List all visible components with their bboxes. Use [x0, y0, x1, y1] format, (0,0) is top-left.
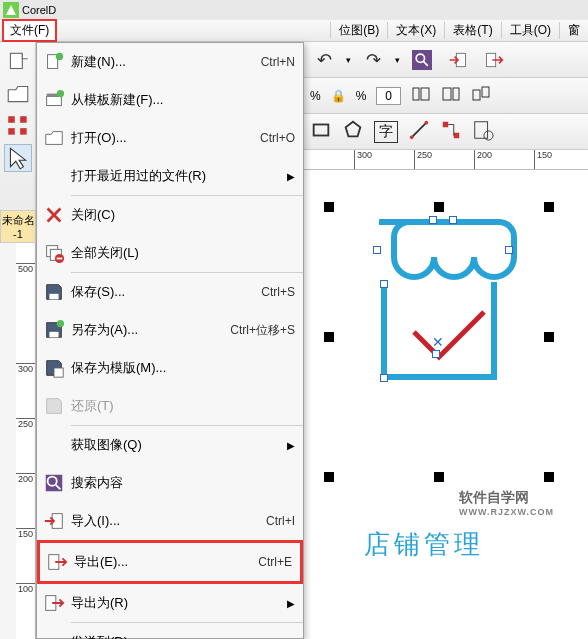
menu-item-save-as[interactable]: 另存为(A)...Ctrl+位移+S	[37, 311, 303, 349]
left-toolbox-wrap: 未命名 -1 500 300 250 200 150 100	[0, 42, 36, 639]
shape-node[interactable]	[380, 374, 388, 382]
menu-table[interactable]: 表格(T)	[444, 22, 500, 39]
file-menu-dropdown: 新建(N)...Ctrl+N 从模板新建(F)... 打开(O)...Ctrl+…	[36, 42, 304, 639]
menu-item-search[interactable]: 搜索内容	[37, 464, 303, 502]
menu-item-open[interactable]: 打开(O)...Ctrl+O	[37, 119, 303, 157]
svg-rect-31	[482, 87, 489, 97]
menu-item-import[interactable]: 导入(I)...Ctrl+I	[37, 502, 303, 540]
menu-item-revert[interactable]: 还原(T)	[37, 387, 303, 425]
menu-bar: 文件(F) 位图(B) 文本(X) 表格(T) 工具(O) 窗	[0, 20, 588, 42]
tool-pointer[interactable]	[4, 144, 32, 172]
selection-handle[interactable]	[544, 332, 554, 342]
menu-item-export-as[interactable]: 导出为(R)▶	[37, 584, 303, 622]
watermark: 软件自学网 WWW.RJZXW.COM	[459, 489, 554, 517]
import-button[interactable]	[444, 47, 472, 73]
vruler-tick: 500	[16, 263, 35, 274]
shape-node[interactable]	[429, 216, 437, 224]
vruler-tick: 250	[16, 418, 35, 429]
hruler-tick: 200	[474, 150, 492, 169]
text-tool-icon[interactable]: 字	[374, 121, 398, 143]
search-button[interactable]	[408, 47, 436, 73]
menu-item-new[interactable]: 新建(N)...Ctrl+N	[37, 43, 303, 81]
watermark-url: WWW.RJZXW.COM	[459, 507, 554, 517]
svg-rect-3	[8, 128, 15, 135]
menu-text[interactable]: 文本(X)	[387, 22, 444, 39]
submenu-arrow-icon: ▶	[287, 598, 295, 609]
selection-handle[interactable]	[324, 472, 334, 482]
percent-label-2: %	[356, 89, 367, 103]
selection-handle[interactable]	[434, 472, 444, 482]
menu-window[interactable]: 窗	[559, 22, 588, 39]
shape-node[interactable]	[373, 246, 381, 254]
svg-point-34	[425, 120, 429, 124]
align-right-icon[interactable]	[441, 84, 461, 107]
group-icon[interactable]	[471, 84, 491, 107]
menu-item-new-template[interactable]: 从模板新建(F)...	[37, 81, 303, 119]
svg-rect-29	[453, 88, 459, 100]
align-left-icon[interactable]	[411, 84, 431, 107]
selection-handle[interactable]	[544, 202, 554, 212]
connector-tool-icon[interactable]	[440, 119, 462, 145]
menu-item-export[interactable]: 导出(E)...Ctrl+E	[40, 543, 300, 581]
undo-button[interactable]: ↶	[310, 47, 338, 73]
shop-caption: 店铺管理	[364, 527, 484, 562]
svg-rect-1	[8, 116, 15, 123]
dimension-tool-icon[interactable]	[408, 119, 430, 145]
shape-node[interactable]	[505, 246, 513, 254]
menu-item-recent[interactable]: 打开最近用过的文件(R)▶	[37, 157, 303, 195]
menu-item-save-template[interactable]: 保存为模版(M)...	[37, 349, 303, 387]
menu-shortcut: Ctrl+S	[261, 285, 295, 299]
toolbar-standard: ↶ ▾ ↷ ▾	[304, 42, 588, 78]
svg-rect-4	[20, 128, 26, 135]
redo-button[interactable]: ↷	[359, 47, 387, 73]
svg-rect-7	[47, 96, 62, 105]
tool-new-doc[interactable]	[4, 48, 32, 76]
menu-tools[interactable]: 工具(O)	[501, 22, 559, 39]
edit-tool-icon[interactable]	[472, 119, 494, 145]
export-button[interactable]	[480, 47, 508, 73]
menu-file[interactable]: 文件(F)	[2, 19, 57, 42]
menu-label: 导入(I)...	[71, 512, 266, 530]
svg-rect-13	[49, 294, 58, 300]
menu-label: 发送到(D)	[71, 633, 281, 639]
menu-label: 打开(O)...	[71, 129, 260, 147]
hruler-tick: 300	[354, 150, 372, 169]
shape-node[interactable]	[432, 350, 440, 358]
toolbar-shapes: 字	[304, 114, 588, 150]
menu-label: 新建(N)...	[71, 53, 261, 71]
submenu-arrow-icon: ▶	[287, 171, 295, 182]
rectangle-tool-icon[interactable]	[310, 119, 332, 145]
document-tab[interactable]: 未命名 -1	[0, 210, 36, 243]
menu-item-close[interactable]: 关闭(C)	[37, 196, 303, 234]
tool-grid[interactable]	[4, 112, 32, 140]
shop-icon-graphic[interactable]	[359, 212, 529, 412]
menu-label: 搜索内容	[71, 474, 295, 492]
tool-open[interactable]	[4, 80, 32, 108]
submenu-arrow-icon: ▶	[287, 440, 295, 451]
menu-bitmap[interactable]: 位图(B)	[330, 22, 387, 39]
menu-shortcut: Ctrl+O	[260, 131, 295, 145]
horizontal-ruler: 300 250 200 150	[304, 150, 588, 170]
rotation-input[interactable]: 0	[376, 87, 401, 105]
svg-rect-30	[473, 90, 480, 100]
menu-item-acquire[interactable]: 获取图像(Q)▶	[37, 426, 303, 464]
svg-rect-27	[421, 88, 429, 100]
menu-item-save[interactable]: 保存(S)...Ctrl+S	[37, 273, 303, 311]
menu-item-close-all[interactable]: 全部关闭(L)	[37, 234, 303, 272]
menu-item-send-to[interactable]: 发送到(D)▶	[37, 623, 303, 639]
menu-label: 从模板新建(F)...	[71, 91, 295, 109]
menu-label: 获取图像(Q)	[71, 436, 281, 454]
title-bar: CorelD	[0, 0, 588, 20]
selection-handle[interactable]	[324, 202, 334, 212]
selection-handle[interactable]	[544, 472, 554, 482]
shape-node[interactable]	[449, 216, 457, 224]
selection-handle[interactable]	[434, 202, 444, 212]
canvas-drawing[interactable]: ✕ 软件自学网 WWW.RJZXW.COM 店铺管理	[314, 182, 564, 602]
svg-rect-32	[314, 124, 329, 135]
svg-rect-14	[49, 332, 58, 338]
polygon-tool-icon[interactable]	[342, 119, 364, 145]
selection-handle[interactable]	[324, 332, 334, 342]
shape-node[interactable]	[380, 280, 388, 288]
menu-label: 关闭(C)	[71, 206, 295, 224]
lock-icon[interactable]: 🔒	[331, 89, 346, 103]
